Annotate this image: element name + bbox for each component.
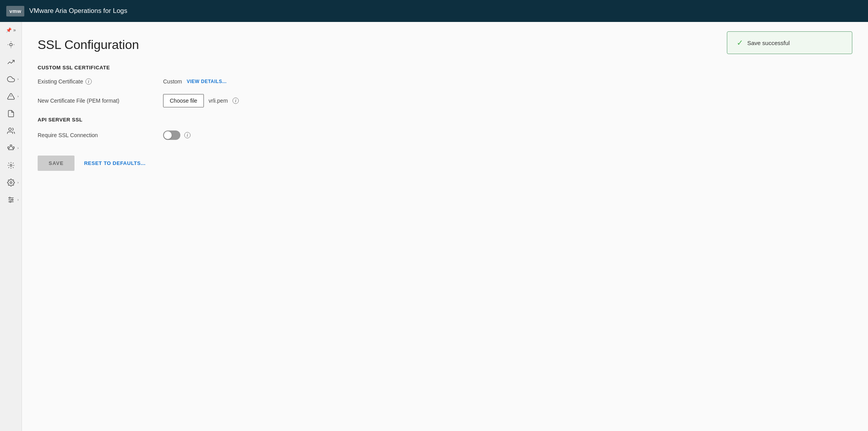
navbar: vmw VMware Aria Operations for Logs bbox=[0, 0, 868, 22]
sidebar-item-network[interactable]: › bbox=[2, 140, 20, 156]
new-cert-value: Choose file vrli.pem i bbox=[163, 94, 239, 107]
vmw-logo: vmw bbox=[6, 6, 24, 16]
sidebar-item-chart[interactable] bbox=[2, 54, 20, 70]
main-content: ✓ Save successful SSL Configuration CUST… bbox=[22, 22, 868, 431]
save-button[interactable]: SAVE bbox=[38, 156, 74, 171]
custom-ssl-section-title: CUSTOM SSL CERTIFICATE bbox=[38, 65, 852, 71]
sidebar-pin-row[interactable]: 📌 » bbox=[0, 25, 22, 35]
selected-filename: vrli.pem bbox=[209, 98, 228, 104]
require-ssl-info-icon[interactable]: i bbox=[184, 132, 191, 138]
api-ssl-section-title: API SERVER SSL bbox=[38, 117, 852, 123]
existing-cert-value: Custom VIEW DETAILS... bbox=[163, 78, 227, 85]
toggle-knob bbox=[164, 131, 172, 139]
sidebar-item-file[interactable] bbox=[2, 106, 20, 121]
sidebar-item-alert[interactable]: › bbox=[2, 89, 20, 104]
choose-file-button[interactable]: Choose file bbox=[163, 94, 204, 107]
sidebar-item-integration[interactable] bbox=[2, 158, 20, 173]
sidebar-item-sliders[interactable]: › bbox=[2, 192, 20, 208]
require-ssl-row: Require SSL Connection i bbox=[38, 130, 852, 140]
svg-rect-4 bbox=[7, 147, 9, 148]
new-cert-label: New Certificate File (PEM format) bbox=[38, 98, 163, 104]
app-body: 📌 » › › › › bbox=[0, 22, 868, 431]
svg-rect-6 bbox=[10, 145, 11, 147]
success-text: Save successful bbox=[747, 40, 790, 46]
svg-point-12 bbox=[10, 182, 12, 184]
action-buttons: SAVE RESET TO DEFAULTS... bbox=[38, 156, 852, 171]
sidebar-item-settings[interactable]: › bbox=[2, 175, 20, 190]
svg-point-3 bbox=[9, 128, 11, 131]
svg-rect-5 bbox=[13, 147, 14, 148]
svg-point-18 bbox=[9, 201, 11, 202]
success-banner: ✓ Save successful bbox=[727, 31, 852, 54]
reset-to-defaults-button[interactable]: RESET TO DEFAULTS... bbox=[84, 160, 145, 166]
require-ssl-label: Require SSL Connection bbox=[38, 132, 163, 138]
svg-point-0 bbox=[9, 43, 12, 46]
custom-ssl-section: CUSTOM SSL CERTIFICATE Existing Certific… bbox=[38, 65, 852, 107]
toggle-container: i bbox=[163, 130, 191, 140]
svg-point-16 bbox=[9, 197, 10, 198]
sidebar-item-dashboard[interactable] bbox=[2, 37, 20, 53]
existing-cert-label: Existing Certificate i bbox=[38, 78, 163, 85]
existing-cert-info-icon[interactable]: i bbox=[85, 78, 92, 85]
sidebar-item-users[interactable] bbox=[2, 123, 20, 139]
require-ssl-toggle[interactable] bbox=[163, 130, 180, 140]
existing-cert-row: Existing Certificate i Custom VIEW DETAI… bbox=[38, 78, 852, 85]
new-cert-row: New Certificate File (PEM format) Choose… bbox=[38, 94, 852, 107]
sidebar: 📌 » › › › › bbox=[0, 22, 22, 431]
sidebar-item-cloud[interactable]: › bbox=[2, 71, 20, 87]
api-server-ssl-section: API SERVER SSL Require SSL Connection i bbox=[38, 117, 852, 140]
view-details-link[interactable]: VIEW DETAILS... bbox=[187, 79, 227, 84]
svg-point-17 bbox=[11, 199, 13, 200]
existing-cert-type: Custom bbox=[163, 78, 182, 85]
new-cert-info-icon[interactable]: i bbox=[232, 98, 239, 104]
svg-point-11 bbox=[10, 165, 12, 167]
chevron-right-icon: » bbox=[13, 27, 16, 33]
success-check-icon: ✓ bbox=[737, 38, 743, 47]
pin-icon: 📌 bbox=[6, 27, 12, 33]
navbar-title: VMware Aria Operations for Logs bbox=[29, 7, 127, 15]
